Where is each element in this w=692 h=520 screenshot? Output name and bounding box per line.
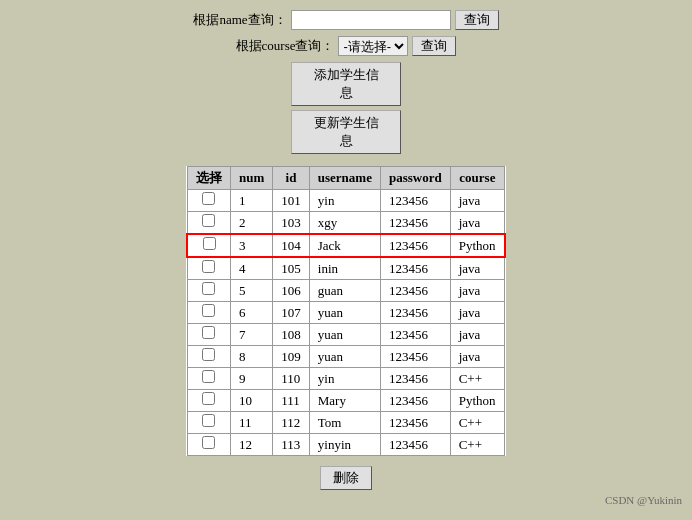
cell-username: inin [309, 257, 380, 280]
cell-username: yinyin [309, 434, 380, 456]
cell-password: 123456 [380, 412, 450, 434]
cell-id: 112 [273, 412, 310, 434]
cell-password: 123456 [380, 346, 450, 368]
delete-button[interactable]: 删除 [320, 466, 372, 490]
cell-password: 123456 [380, 190, 450, 212]
name-query-button[interactable]: 查询 [455, 10, 499, 30]
cell-id: 103 [273, 212, 310, 235]
table-row: 8109yuan123456java [187, 346, 504, 368]
row-checkbox[interactable] [202, 214, 215, 227]
cell-num: 6 [230, 302, 272, 324]
cell-username: xgy [309, 212, 380, 235]
cell-num: 5 [230, 280, 272, 302]
cell-password: 123456 [380, 212, 450, 235]
col-header-num: num [230, 167, 272, 190]
cell-num: 7 [230, 324, 272, 346]
cell-course: java [450, 190, 504, 212]
cell-password: 123456 [380, 280, 450, 302]
cell-num: 11 [230, 412, 272, 434]
cell-password: 123456 [380, 234, 450, 257]
table-row: 2103xgy123456java [187, 212, 504, 235]
cell-username: yuan [309, 346, 380, 368]
course-query-label: 根据course查询： [236, 37, 335, 55]
cell-course: C++ [450, 434, 504, 456]
row-checkbox[interactable] [202, 326, 215, 339]
cell-id: 108 [273, 324, 310, 346]
cell-course: java [450, 257, 504, 280]
cell-course: java [450, 346, 504, 368]
cell-course: C++ [450, 368, 504, 390]
update-student-button[interactable]: 更新学生信息 [291, 110, 401, 154]
col-header-username: username [309, 167, 380, 190]
cell-username: yuan [309, 302, 380, 324]
cell-username: guan [309, 280, 380, 302]
cell-id: 113 [273, 434, 310, 456]
row-checkbox[interactable] [202, 304, 215, 317]
cell-num: 9 [230, 368, 272, 390]
table-header-row: 选择 num id username password course [187, 167, 504, 190]
name-query-label: 根据name查询： [193, 11, 286, 29]
cell-password: 123456 [380, 302, 450, 324]
cell-id: 104 [273, 234, 310, 257]
row-checkbox[interactable] [202, 370, 215, 383]
cell-username: Jack [309, 234, 380, 257]
cell-course: java [450, 324, 504, 346]
row-checkbox[interactable] [202, 414, 215, 427]
cell-course: java [450, 280, 504, 302]
student-table: 选择 num id username password course 1101y… [186, 166, 505, 456]
course-select[interactable]: -请选择- [338, 36, 408, 56]
table-row: 5106guan123456java [187, 280, 504, 302]
add-student-button[interactable]: 添加学生信息 [291, 62, 401, 106]
table-row: 1101yin123456java [187, 190, 504, 212]
table-row: 10111Mary123456Python [187, 390, 504, 412]
cell-password: 123456 [380, 368, 450, 390]
row-checkbox[interactable] [202, 260, 215, 273]
cell-num: 10 [230, 390, 272, 412]
row-checkbox[interactable] [202, 392, 215, 405]
cell-course: C++ [450, 412, 504, 434]
col-header-id: id [273, 167, 310, 190]
cell-id: 107 [273, 302, 310, 324]
cell-course: Python [450, 390, 504, 412]
col-header-select: 选择 [187, 167, 230, 190]
cell-username: yin [309, 190, 380, 212]
cell-num: 12 [230, 434, 272, 456]
table-row: 7108yuan123456java [187, 324, 504, 346]
cell-num: 3 [230, 234, 272, 257]
cell-num: 2 [230, 212, 272, 235]
col-header-password: password [380, 167, 450, 190]
cell-password: 123456 [380, 324, 450, 346]
table-row: 3104Jack123456Python [187, 234, 504, 257]
cell-password: 123456 [380, 257, 450, 280]
table-row: 6107yuan123456java [187, 302, 504, 324]
cell-username: yuan [309, 324, 380, 346]
row-checkbox[interactable] [202, 282, 215, 295]
table-row: 4105inin123456java [187, 257, 504, 280]
watermark: CSDN @Yukinin [0, 494, 692, 506]
cell-password: 123456 [380, 390, 450, 412]
cell-id: 101 [273, 190, 310, 212]
row-checkbox[interactable] [202, 348, 215, 361]
cell-num: 8 [230, 346, 272, 368]
cell-username: yin [309, 368, 380, 390]
row-checkbox[interactable] [203, 237, 216, 250]
cell-course: java [450, 212, 504, 235]
cell-id: 110 [273, 368, 310, 390]
course-query-button[interactable]: 查询 [412, 36, 456, 56]
cell-username: Mary [309, 390, 380, 412]
cell-password: 123456 [380, 434, 450, 456]
table-row: 12113yinyin123456C++ [187, 434, 504, 456]
col-header-course: course [450, 167, 504, 190]
cell-num: 1 [230, 190, 272, 212]
cell-course: java [450, 302, 504, 324]
table-row: 11112Tom123456C++ [187, 412, 504, 434]
row-checkbox[interactable] [202, 192, 215, 205]
cell-username: Tom [309, 412, 380, 434]
cell-num: 4 [230, 257, 272, 280]
name-query-input[interactable] [291, 10, 451, 30]
cell-id: 105 [273, 257, 310, 280]
table-row: 9110yin123456C++ [187, 368, 504, 390]
row-checkbox[interactable] [202, 436, 215, 449]
cell-course: Python [450, 234, 504, 257]
cell-id: 109 [273, 346, 310, 368]
